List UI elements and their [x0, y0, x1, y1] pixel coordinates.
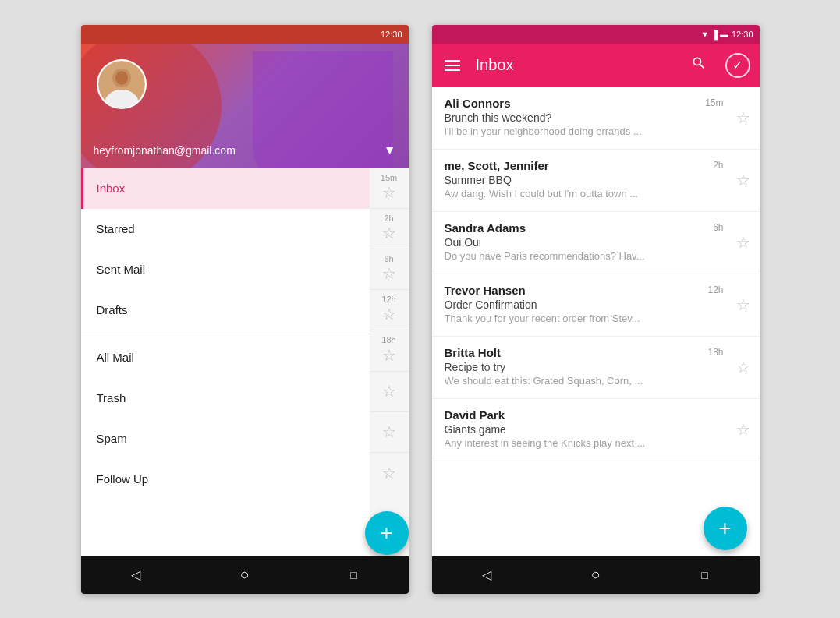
star-row-8: ☆: [370, 453, 409, 493]
compose-fab-right[interactable]: +: [704, 507, 747, 550]
email-sender-4: Trevor Hansen: [445, 284, 708, 297]
nav-item-spam[interactable]: Spam: [81, 418, 370, 459]
signal-icon: ▐: [711, 30, 718, 39]
inbox-title: Inbox: [476, 56, 672, 74]
drawer-header: heyfromjonathan@gmail.com ▼: [81, 44, 409, 168]
star-btn-2[interactable]: ☆: [736, 171, 750, 189]
dropdown-arrow-icon[interactable]: ▼: [384, 143, 396, 157]
star-row-7: ☆: [370, 412, 409, 453]
nav-item-allmail[interactable]: All Mail: [81, 337, 370, 378]
fab-right-icon: +: [718, 516, 731, 541]
right-status-time: 12:30: [732, 30, 753, 39]
email-time-r3: 6h: [713, 222, 723, 233]
star-icon-2[interactable]: ☆: [382, 224, 396, 242]
wifi-icon: ▼: [700, 30, 709, 39]
star-row-6: ☆: [370, 372, 409, 412]
back-button[interactable]: ◁: [112, 556, 159, 594]
star-icon-8[interactable]: ☆: [382, 464, 396, 482]
avatar: [97, 59, 147, 109]
email-sender-3: Sandra Adams: [445, 221, 714, 235]
check-icon: ✓: [732, 58, 743, 72]
right-phone: ▼ ▐ ▬ 12:30 Inbox ✓: [432, 25, 760, 594]
right-back-button[interactable]: ◁: [463, 556, 510, 594]
email-item-5[interactable]: Britta Holt 18h Recipe to try We should …: [432, 337, 760, 399]
email-time-3: 6h: [384, 254, 393, 263]
email-time-r5: 18h: [707, 347, 723, 358]
battery-icon: ▬: [720, 30, 728, 39]
star-btn-6[interactable]: ☆: [736, 420, 750, 439]
svg-point-3: [115, 71, 128, 85]
star-time-row-3: 6h ☆: [370, 249, 409, 290]
compose-fab[interactable]: +: [365, 511, 409, 555]
email-row1-3: Sandra Adams 6h: [445, 221, 747, 235]
email-subject-2: Summer BBQ: [445, 174, 747, 186]
nav-label-drafts: Drafts: [97, 303, 128, 316]
nav-item-followup[interactable]: Follow Up: [81, 459, 370, 500]
email-row1-4: Trevor Hansen 12h: [445, 284, 747, 297]
hamburger-menu[interactable]: [441, 57, 463, 74]
drawer-body: Inbox Starred Sent Mail Drafts All Mail …: [81, 168, 409, 556]
left-status-bar: 12:30: [81, 25, 409, 44]
search-button[interactable]: [685, 52, 713, 78]
star-time-row-2: 2h ☆: [370, 209, 409, 249]
email-time-r2: 2h: [713, 160, 723, 171]
star-column: 15m ☆ 2h ☆ 6h ☆ 12h ☆ 18h ☆: [370, 168, 409, 556]
email-time-4: 12h: [381, 295, 395, 304]
right-status-bar: ▼ ▐ ▬ 12:30: [432, 25, 760, 44]
email-subject-3: Oui Oui: [445, 236, 747, 249]
star-btn-3[interactable]: ☆: [736, 233, 750, 252]
email-time-5: 18h: [381, 335, 395, 344]
email-item-2[interactable]: me, Scott, Jennifer 2h Summer BBQ Aw dan…: [432, 150, 760, 212]
email-item-6[interactable]: David Park Giants game Any interest in s…: [432, 399, 760, 461]
email-subject-4: Order Confirmation: [445, 298, 747, 311]
nav-label-allmail: All Mail: [97, 351, 134, 364]
email-preview-3: Do you have Paris recommendations? Hav..…: [445, 250, 747, 262]
email-item-1[interactable]: Ali Connors 15m Brunch this weekend? I'l…: [432, 87, 760, 150]
left-bottom-nav: ◁ ○ □: [81, 556, 409, 594]
email-row1-1: Ali Connors 15m: [445, 97, 747, 110]
nav-label-sent: Sent Mail: [97, 263, 146, 276]
nav-label-spam: Spam: [97, 432, 127, 445]
email-row1-5: Britta Holt 18h: [445, 346, 747, 359]
search-icon: [691, 55, 707, 71]
nav-item-drafts[interactable]: Drafts: [81, 290, 370, 330]
right-home-button[interactable]: ○: [572, 556, 619, 594]
drawer-email-row: heyfromjonathan@gmail.com ▼: [94, 143, 396, 157]
email-row1-6: David Park: [445, 408, 747, 422]
status-icons: ▼ ▐ ▬: [700, 30, 728, 39]
email-preview-4: Thank you for your recent order from Ste…: [445, 313, 747, 324]
star-icon-7[interactable]: ☆: [382, 422, 396, 441]
star-btn-4[interactable]: ☆: [736, 295, 750, 314]
recents-button[interactable]: □: [331, 556, 377, 594]
email-item-4[interactable]: Trevor Hansen 12h Order Confirmation Tha…: [432, 274, 760, 337]
drawer-email: heyfromjonathan@gmail.com: [94, 144, 236, 157]
email-sender-1: Ali Connors: [445, 97, 706, 110]
nav-item-sent[interactable]: Sent Mail: [81, 249, 370, 290]
star-icon-4[interactable]: ☆: [382, 305, 396, 323]
star-icon-1[interactable]: ☆: [382, 183, 396, 202]
star-icon-3[interactable]: ☆: [382, 264, 396, 283]
account-circle[interactable]: ✓: [725, 53, 750, 78]
nav-item-starred[interactable]: Starred: [81, 209, 370, 249]
email-time-r4: 12h: [707, 284, 723, 295]
email-preview-2: Aw dang. Wish I could but I'm outta town…: [445, 188, 747, 200]
email-subject-6: Giants game: [445, 423, 747, 436]
star-btn-1[interactable]: ☆: [736, 108, 750, 127]
email-subject-5: Recipe to try: [445, 361, 747, 373]
star-btn-5[interactable]: ☆: [736, 358, 750, 376]
drawer-nav: Inbox Starred Sent Mail Drafts All Mail …: [81, 168, 370, 556]
email-preview-1: I'll be in your neighborhood doing erran…: [445, 125, 747, 137]
star-icon-5[interactable]: ☆: [382, 346, 396, 365]
star-time-row-4: 12h ☆: [370, 290, 409, 330]
nav-item-trash[interactable]: Trash: [81, 378, 370, 418]
star-icon-6[interactable]: ☆: [382, 382, 396, 401]
fab-icon: +: [380, 521, 392, 546]
nav-item-inbox[interactable]: Inbox: [81, 168, 370, 209]
home-button[interactable]: ○: [222, 556, 268, 594]
email-item-3[interactable]: Sandra Adams 6h Oui Oui Do you have Pari…: [432, 212, 760, 274]
email-time-2: 2h: [384, 214, 393, 223]
email-list: Ali Connors 15m Brunch this weekend? I'l…: [432, 87, 760, 556]
right-recents-button[interactable]: □: [682, 556, 728, 594]
avatar-image: [98, 61, 145, 108]
email-row1-2: me, Scott, Jennifer 2h: [445, 159, 747, 172]
